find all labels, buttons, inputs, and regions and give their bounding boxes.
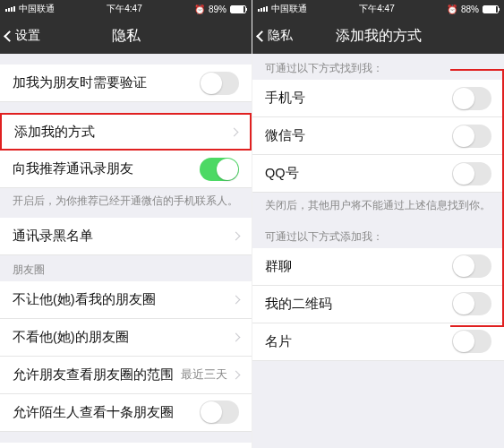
cell-label: 添加我的方式 [14,124,95,141]
clock-label: 下午4:47 [107,3,141,15]
cell-recommend-contacts[interactable]: 向我推荐通讯录朋友 [0,151,252,188]
cell-label: 向我推荐通讯录朋友 [13,160,133,177]
group-header-find: 可通过以下方式找到我： [252,54,504,80]
switch-phone[interactable] [452,87,491,110]
cell-qq[interactable]: QQ号 [252,155,504,193]
back-button[interactable]: 隐私 [258,18,293,54]
cell-blacklist[interactable]: 通讯录黑名单 [0,218,252,255]
cell-label: 通讯录黑名单 [13,228,93,245]
status-bar: 中国联通 下午4:47 ⏰ 88% [252,0,504,18]
cell-wechat-id[interactable]: 微信号 [252,117,504,155]
cell-label: QQ号 [265,165,299,182]
cell-group[interactable]: 群聊 [252,248,504,286]
cell-label: 允许朋友查看朋友圈的范围 [13,366,174,383]
switch-qrcode[interactable] [452,292,491,315]
moments-range-value: 最近三天 [181,366,227,383]
group-header-moments: 朋友圈 [0,255,252,281]
cell-label: 加我为朋友时需要验证 [13,74,147,91]
phone-right: 中国联通 下午4:47 ⏰ 88% 隐私 添加我的方式 可通过以下方式找到我： … [252,0,504,448]
switch-recommend-contacts[interactable] [200,158,239,181]
page-title: 添加我的方式 [336,27,422,46]
cell-qrcode[interactable]: 我的二维码 [252,286,504,323]
cell-moments-update[interactable]: 朋友圈更新提醒 [0,443,252,448]
alarm-icon: ⏰ [447,4,457,14]
hint-recommend: 开启后，为你推荐已经开通微信的手机联系人。 [0,188,252,218]
cell-stranger-ten[interactable]: 允许陌生人查看十条朋友圈 [0,394,252,432]
switch-stranger-ten[interactable] [200,401,239,424]
content-area: 可通过以下方式找到我： 手机号 微信号 QQ号 关闭后，其他用户将不能通过上述信… [252,54,504,448]
clock-label: 下午4:47 [359,3,394,15]
chevron-right-icon [232,231,241,240]
cell-phone[interactable]: 手机号 [252,80,504,117]
chevron-right-icon [232,295,241,304]
switch-wechat-id[interactable] [452,125,491,148]
chevron-right-icon [230,127,239,136]
nav-bar: 设置 隐私 [0,18,252,54]
switch-card[interactable] [452,330,491,353]
group-header-add: 可通过以下方式添加我： [252,222,504,248]
cell-label: 不让他(她)看我的朋友圈 [13,291,156,308]
cell-hide-their-moments[interactable]: 不看他(她)的朋友圈 [0,319,252,357]
cell-label: 允许陌生人查看十条朋友圈 [13,404,174,421]
status-bar: 中国联通 下午4:47 ⏰ 89% [0,0,252,18]
battery-pct: 88% [461,4,479,14]
alarm-icon: ⏰ [194,4,205,14]
back-label: 设置 [15,28,40,44]
battery-icon [483,5,499,13]
cell-add-verify[interactable]: 加我为朋友时需要验证 [0,65,252,102]
nav-bar: 隐私 添加我的方式 [252,18,504,54]
battery-icon [230,5,246,13]
switch-add-verify[interactable] [200,72,239,95]
cell-label: 不看他(她)的朋友圈 [13,329,129,346]
phone-left: 中国联通 下午4:47 ⏰ 89% 设置 隐私 加我为朋友时需要验证 添加我的方… [0,0,252,448]
chevron-left-icon [4,30,15,42]
cell-label: 微信号 [265,127,305,144]
hint-find: 关闭后，其他用户将不能通过上述信息找到你。 [252,193,504,222]
chevron-right-icon [232,370,241,379]
carrier-label: 中国联通 [19,3,55,15]
cell-moments-range[interactable]: 允许朋友查看朋友圈的范围 最近三天 [0,357,252,394]
back-button[interactable]: 设置 [5,18,40,54]
cell-label: 群聊 [265,258,292,275]
battery-pct: 89% [209,4,226,14]
page-title: 隐私 [112,27,141,46]
signal-icon [258,6,268,12]
signal-icon [5,6,15,12]
chevron-right-icon [232,332,241,341]
cell-card[interactable]: 名片 [252,323,504,361]
chevron-left-icon [256,30,268,42]
cell-hide-my-moments[interactable]: 不让他(她)看我的朋友圈 [0,281,252,319]
cell-label: 名片 [265,333,292,350]
back-label: 隐私 [268,28,293,44]
switch-group[interactable] [452,254,491,278]
cell-label: 我的二维码 [265,296,332,313]
carrier-label: 中国联通 [271,3,307,15]
cell-add-method[interactable]: 添加我的方式 [0,113,252,151]
content-area: 加我为朋友时需要验证 添加我的方式 向我推荐通讯录朋友 开启后，为你推荐已经开通… [0,54,252,448]
cell-label: 手机号 [265,90,305,107]
switch-qq[interactable] [452,162,491,185]
